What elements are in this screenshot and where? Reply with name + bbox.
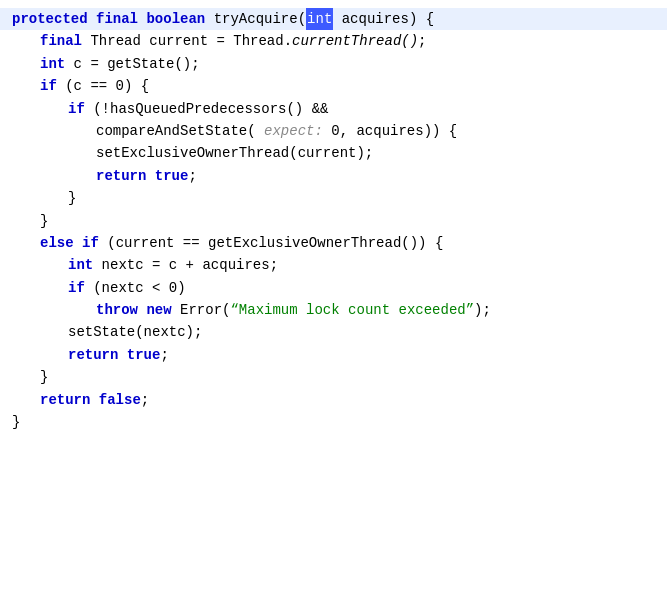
keyword-int-cursor: int xyxy=(306,8,333,30)
code-line-4: if (c == 0) { xyxy=(0,75,667,97)
code-line-11: else if (current == getExclusiveOwnerThr… xyxy=(0,232,667,254)
keyword-if-5: if xyxy=(68,98,85,120)
code-line-5: if (!hasQueuedPredecessors() && xyxy=(0,98,667,120)
keyword-else-11: else xyxy=(40,232,82,254)
keyword-protected: protected xyxy=(12,8,96,30)
method-tryAcquire: tryAcquire xyxy=(214,8,298,30)
code-line-18: return false; xyxy=(0,389,667,411)
code-line-19: } xyxy=(0,411,667,433)
keyword-throw-14: throw xyxy=(96,299,146,321)
keyword-true-8: true xyxy=(155,165,189,187)
keyword-new-14: new xyxy=(146,299,180,321)
code-line-2: final Thread current = Thread.currentThr… xyxy=(0,30,667,52)
code-line-1: protected final boolean tryAcquire(int a… xyxy=(0,8,667,30)
code-line-7: setExclusiveOwnerThread(current); xyxy=(0,142,667,164)
keyword-false-18: false xyxy=(99,389,141,411)
code-line-15: setState(nextc); xyxy=(0,321,667,343)
keyword-return-8: return xyxy=(96,165,155,187)
code-line-3: int c = getState(); xyxy=(0,53,667,75)
keyword-true-16: true xyxy=(127,344,161,366)
code-line-10: } xyxy=(0,210,667,232)
keyword-if-11: if xyxy=(82,232,99,254)
code-line-13: if (nextc < 0) xyxy=(0,277,667,299)
keyword-final: final xyxy=(96,8,146,30)
code-line-9: } xyxy=(0,187,667,209)
code-editor: protected final boolean tryAcquire(int a… xyxy=(0,0,667,605)
code-line-16: return true; xyxy=(0,344,667,366)
keyword-if-4: if xyxy=(40,75,57,97)
label-expect: expect: xyxy=(264,120,323,142)
string-error-msg: “Maximum lock count exceeded” xyxy=(230,299,474,321)
code-line-14: throw new Error(“Maximum lock count exce… xyxy=(0,299,667,321)
keyword-if-13: if xyxy=(68,277,85,299)
code-line-12: int nextc = c + acquires; xyxy=(0,254,667,276)
keyword-return-16: return xyxy=(68,344,127,366)
code-line-8: return true; xyxy=(0,165,667,187)
code-line-6: compareAndSetState( expect: 0, acquires)… xyxy=(0,120,667,142)
code-line-17: } xyxy=(0,366,667,388)
keyword-boolean: boolean xyxy=(146,8,213,30)
keyword-return-18: return xyxy=(40,389,99,411)
param-acquires: acquires) { xyxy=(333,8,434,30)
keyword-int-3: int xyxy=(40,53,74,75)
keyword-int-12: int xyxy=(68,254,102,276)
keyword-final-2: final xyxy=(40,30,90,52)
method-currentThread: currentThread() xyxy=(292,30,418,52)
